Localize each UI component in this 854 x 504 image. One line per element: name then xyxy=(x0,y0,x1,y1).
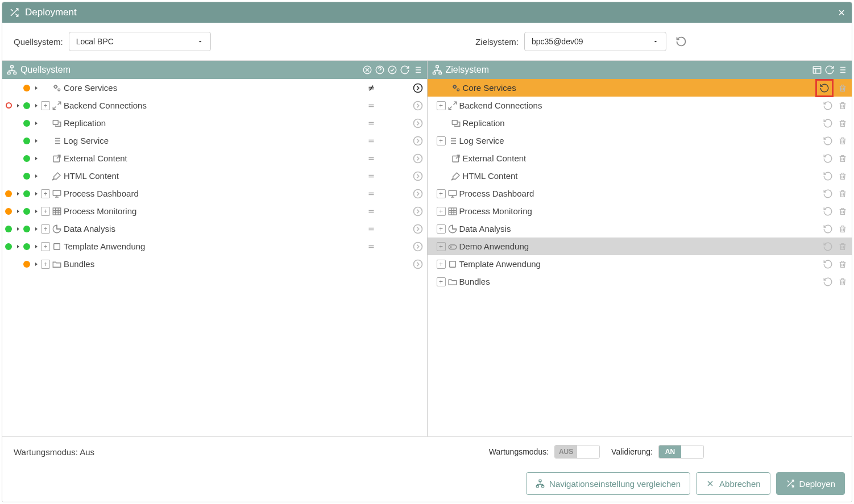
target-tree-row[interactable]: Core Services xyxy=(428,79,852,97)
status-dot-1 xyxy=(5,102,13,109)
expand-icon[interactable]: + xyxy=(437,101,446,110)
target-tree-row[interactable]: +Demo Anwendung xyxy=(428,238,852,255)
transfer-arrow-icon[interactable] xyxy=(412,206,424,217)
target-tree-row[interactable]: +Process Monitoring xyxy=(428,202,852,220)
help-icon[interactable] xyxy=(375,65,385,75)
tree-row-label: Replication xyxy=(64,118,364,128)
source-tree-row[interactable]: HTML Content xyxy=(2,167,427,185)
target-tree-row[interactable]: +Bundles xyxy=(428,273,852,290)
collapse-all-icon[interactable] xyxy=(412,65,422,75)
trash-icon[interactable] xyxy=(837,119,848,128)
undo-icon[interactable] xyxy=(822,171,834,181)
source-tree-row[interactable]: +Bundles xyxy=(2,255,427,273)
close-icon[interactable]: × xyxy=(838,6,845,19)
refresh-icon[interactable] xyxy=(675,36,687,47)
expand-icon[interactable]: + xyxy=(41,207,50,216)
expand-icon[interactable]: + xyxy=(437,136,446,145)
maintenance-toggle[interactable]: AUS xyxy=(554,445,600,459)
expand-icon[interactable]: + xyxy=(437,242,446,251)
undo-icon[interactable] xyxy=(822,259,834,269)
compare-navigation-button[interactable]: Navigationseinstellung vergleichen xyxy=(526,472,690,495)
expand-icon[interactable]: + xyxy=(41,101,50,110)
expand-icon[interactable]: + xyxy=(41,224,50,234)
undo-icon[interactable] xyxy=(822,224,834,234)
source-tree-row[interactable]: +Template Anwendung xyxy=(2,238,427,255)
target-tree-row[interactable]: Replication xyxy=(428,114,852,132)
expand-icon[interactable]: + xyxy=(41,260,50,269)
transfer-arrow-icon[interactable] xyxy=(412,241,424,252)
refresh-icon[interactable] xyxy=(824,65,835,75)
trash-icon[interactable] xyxy=(837,224,848,234)
source-tree-row[interactable]: Core Services xyxy=(2,79,427,97)
source-tree-row[interactable]: +Data Analysis xyxy=(2,220,427,238)
trash-icon[interactable] xyxy=(837,207,848,216)
undo-icon[interactable] xyxy=(815,79,834,97)
deploy-button[interactable]: Deployen xyxy=(776,472,845,495)
trash-icon[interactable] xyxy=(837,154,848,163)
transfer-arrow-icon[interactable] xyxy=(412,82,424,94)
expand-icon[interactable]: + xyxy=(41,189,50,198)
cancel-button[interactable]: Abbrechen xyxy=(696,472,770,495)
expand-icon[interactable]: + xyxy=(437,207,446,216)
expand-icon[interactable]: + xyxy=(437,277,446,286)
layout-icon[interactable] xyxy=(812,65,822,75)
source-tree-row[interactable]: +Process Dashboard xyxy=(2,185,427,202)
trash-icon[interactable] xyxy=(837,172,848,181)
undo-icon[interactable] xyxy=(822,277,834,287)
clear-icon[interactable] xyxy=(362,65,372,75)
source-tree-row[interactable]: External Content xyxy=(2,149,427,167)
target-tree-row[interactable]: +Log Service xyxy=(428,132,852,149)
undo-icon[interactable] xyxy=(822,206,834,216)
refresh-icon[interactable] xyxy=(400,65,410,75)
transfer-arrow-icon[interactable] xyxy=(412,188,424,199)
collapse-all-icon[interactable] xyxy=(837,65,847,75)
transfer-arrow-icon[interactable] xyxy=(412,118,424,129)
validation-toggle[interactable]: AN xyxy=(658,445,704,459)
tree-row-label: HTML Content xyxy=(64,171,364,181)
target-tree-row[interactable]: External Content xyxy=(428,149,852,167)
external-icon xyxy=(450,153,462,164)
trash-icon[interactable] xyxy=(837,277,848,286)
trash-icon[interactable] xyxy=(837,136,848,145)
trash-icon[interactable] xyxy=(837,242,848,251)
target-tree-row[interactable]: HTML Content xyxy=(428,167,852,185)
undo-icon[interactable] xyxy=(822,153,834,164)
expand-icon[interactable]: + xyxy=(437,224,446,234)
transfer-arrow-icon[interactable] xyxy=(412,170,424,182)
expand-icon[interactable]: + xyxy=(437,260,446,269)
undo-icon[interactable] xyxy=(822,101,834,111)
source-tree-row[interactable]: +Backend Connections xyxy=(2,97,427,114)
svg-rect-33 xyxy=(449,208,457,215)
tree-row-label: Data Analysis xyxy=(64,224,364,234)
trash-icon[interactable] xyxy=(837,189,848,198)
check-icon[interactable] xyxy=(387,65,397,75)
trash-icon[interactable] xyxy=(837,260,848,269)
source-tree-row[interactable]: +Process Monitoring xyxy=(2,202,427,220)
target-tree-row[interactable]: +Data Analysis xyxy=(428,220,852,238)
transfer-arrow-icon[interactable] xyxy=(412,223,424,235)
gears-icon xyxy=(51,82,63,94)
target-system-dropdown[interactable]: bpc35@dev09 xyxy=(524,32,666,51)
source-tree-row[interactable]: Replication xyxy=(2,114,427,132)
tree-row-label: Replication xyxy=(463,118,822,128)
undo-icon[interactable] xyxy=(822,241,834,252)
transfer-arrow-icon[interactable] xyxy=(412,259,424,270)
source-tree-row[interactable]: Log Service xyxy=(2,132,427,149)
status-dot-2 xyxy=(23,261,31,268)
not-equal-icon xyxy=(366,83,377,93)
undo-icon[interactable] xyxy=(822,136,834,146)
expand-icon[interactable]: + xyxy=(437,189,446,198)
trash-icon[interactable] xyxy=(837,84,848,93)
target-tree-row[interactable]: +Template Anwendung xyxy=(428,255,852,273)
transfer-arrow-icon[interactable] xyxy=(412,135,424,147)
source-system-dropdown[interactable]: Local BPC xyxy=(69,32,211,51)
undo-icon[interactable] xyxy=(822,118,834,128)
target-tree-row[interactable]: +Process Dashboard xyxy=(428,185,852,202)
transfer-arrow-icon[interactable] xyxy=(412,153,424,164)
target-tree-row[interactable]: +Backend Connections xyxy=(428,97,852,114)
expand-icon[interactable]: + xyxy=(41,242,50,251)
source-system-value: Local BPC xyxy=(76,37,114,46)
trash-icon[interactable] xyxy=(837,101,848,110)
undo-icon[interactable] xyxy=(822,189,834,199)
transfer-arrow-icon[interactable] xyxy=(412,100,424,111)
